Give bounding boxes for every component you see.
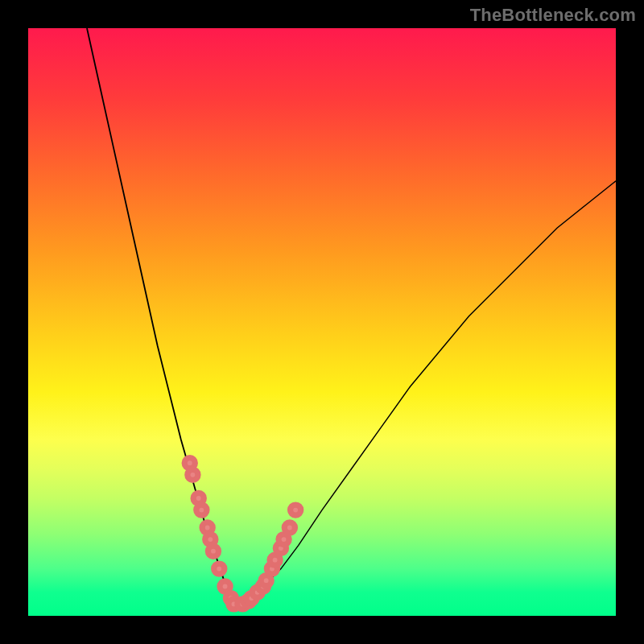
marker-cluster <box>184 458 301 609</box>
marker-dot <box>214 564 225 574</box>
marker-dot <box>270 555 280 565</box>
curve-left-branch <box>87 28 234 604</box>
marker-dot <box>208 546 218 556</box>
marker-dot <box>291 505 301 515</box>
marker-dot <box>220 581 230 592</box>
curve-layer <box>28 28 616 616</box>
watermark-text: TheBottleneck.com <box>470 5 636 26</box>
marker-dot <box>261 576 271 586</box>
marker-dot <box>279 535 289 545</box>
marker-dot <box>284 522 295 533</box>
plot-area <box>28 28 616 616</box>
chart-stage: TheBottleneck.com <box>0 0 644 644</box>
marker-dot <box>188 469 198 480</box>
marker-dot <box>196 505 207 515</box>
